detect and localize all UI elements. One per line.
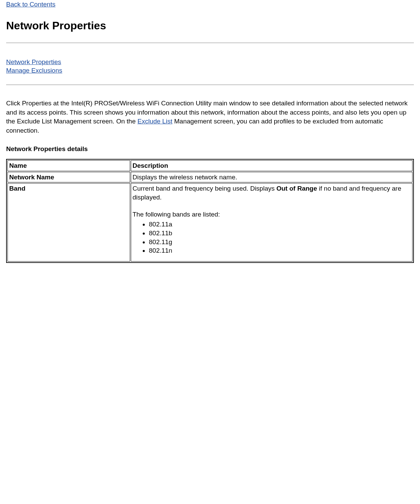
page-title: Network Properties [6,18,414,33]
divider-top [6,43,414,43]
cell-network-name-desc: Displays the wireless network name. [131,172,413,183]
divider-bottom [6,85,414,85]
back-to-contents-link[interactable]: Back to Contents [6,1,56,8]
toc-link-manage-exclusions[interactable]: Manage Exclusions [6,66,62,75]
properties-table: Name Description Network Name Displays t… [6,159,414,263]
toc-links: Network Properties Manage Exclusions [6,58,414,75]
cell-band-label: Band [7,183,130,261]
exclude-list-link[interactable]: Exclude List [138,118,172,125]
table-subheading: Network Properties details [6,145,414,153]
table-row: Network Name Displays the wireless netwo… [7,172,413,183]
list-item: 802.11a [149,220,411,229]
band-desc-bold: Out of Range [276,185,317,192]
toc-link-network-properties[interactable]: Network Properties [6,58,61,66]
header-description: Description [131,160,413,171]
cell-network-name-label: Network Name [7,172,130,183]
list-item: 802.11n [149,246,411,255]
band-desc-pre: Current band and frequency being used. D… [133,185,276,192]
cell-band-desc: Current band and frequency being used. D… [131,183,413,261]
table-row: Band Current band and frequency being us… [7,183,413,261]
header-name: Name [7,160,130,171]
intro-paragraph: Click Properties at the Intel(R) PROSet/… [6,99,414,135]
band-list-intro: The following bands are listed: [133,210,411,219]
band-list: 802.11a 802.11b 802.11g 802.11n [133,220,411,255]
list-item: 802.11b [149,229,411,238]
table-header-row: Name Description [7,160,413,171]
list-item: 802.11g [149,238,411,247]
